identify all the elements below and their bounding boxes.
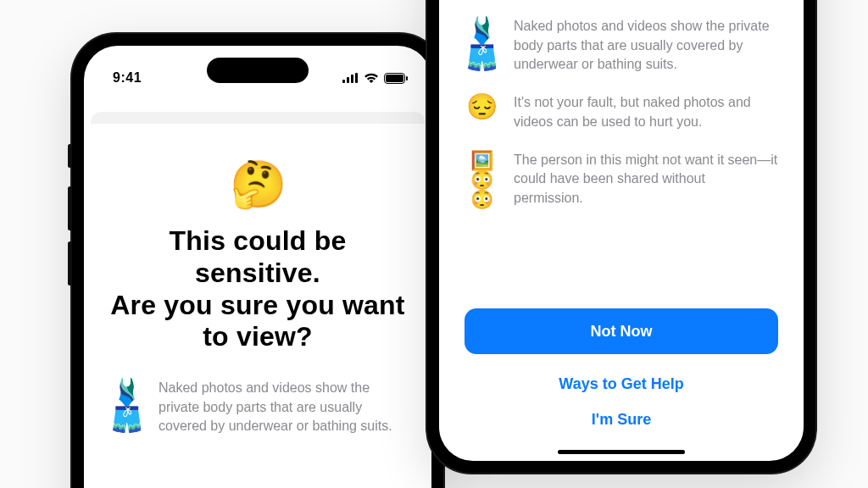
phone-frame-left: 9:41 🤔 This could be sensitive. Are you …: [72, 34, 443, 488]
swimsuit-icon: 🩱🩳: [109, 379, 143, 432]
svg-rect-3: [355, 73, 358, 83]
info-row-bathing-suits: 🩱🩳 Naked photos and videos show the priv…: [461, 17, 782, 93]
volume-up-button: [68, 186, 72, 230]
marketing-stage: 9:41 🤔 This could be sensitive. Are you …: [0, 0, 868, 488]
info-row-permission: 🖼️ 😳😳 The person in this might not want …: [461, 151, 782, 228]
svg-rect-5: [386, 75, 403, 82]
volume-down-button: [68, 241, 72, 286]
svg-rect-0: [342, 80, 345, 83]
sensitive-content-sheet: 🤔 This could be sensitive. Are you sure …: [84, 124, 431, 488]
not-now-button[interactable]: Not Now: [465, 308, 778, 354]
dynamic-island: [207, 58, 309, 83]
status-time: 9:41: [113, 70, 142, 86]
sensitive-content-sheet-scrolled: 🩱🩳 Naked photos and videos show the priv…: [439, 0, 804, 461]
thinking-face-icon: 🤔: [106, 161, 409, 207]
ringer-switch: [68, 144, 72, 168]
info-row-bathing-suits: 🩱🩳 Naked photos and videos show the priv…: [106, 379, 409, 455]
wifi-icon: [364, 73, 379, 83]
home-indicator: [558, 450, 685, 454]
info-text-1: Naked photos and videos show the private…: [514, 17, 778, 75]
info-row-not-your-fault: 😔 It's not your fault, but naked photos …: [461, 93, 782, 150]
status-indicators: [342, 73, 408, 84]
info-text-1: Naked photos and videos show the private…: [159, 379, 406, 436]
actions: Not Now Ways to Get Help I'm Sure: [461, 300, 782, 437]
info-text-2: It's not your fault, but naked photos an…: [514, 93, 778, 131]
swimsuit-icon: 🩱🩳: [465, 17, 498, 70]
battery-icon: [384, 73, 408, 84]
ways-to-get-help-button[interactable]: Ways to Get Help: [465, 366, 778, 402]
cellular-icon: [342, 73, 359, 83]
phone-screen-right: 🩱🩳 Naked photos and videos show the priv…: [439, 0, 804, 461]
hero-title: This could be sensitive. Are you sure yo…: [106, 225, 409, 353]
phone-screen-left: 9:41 🤔 This could be sensitive. Are you …: [84, 46, 431, 488]
svg-rect-1: [347, 77, 349, 83]
framed-picture-icon: 🖼️ 😳😳: [465, 151, 498, 209]
svg-rect-2: [351, 75, 353, 83]
info-text-3: The person in this might not want it see…: [514, 151, 778, 208]
svg-rect-6: [406, 76, 408, 80]
pensive-face-icon: 😔: [465, 93, 498, 120]
im-sure-button[interactable]: I'm Sure: [465, 402, 778, 437]
phone-frame-right: 🩱🩳 Naked photos and videos show the priv…: [427, 0, 815, 473]
